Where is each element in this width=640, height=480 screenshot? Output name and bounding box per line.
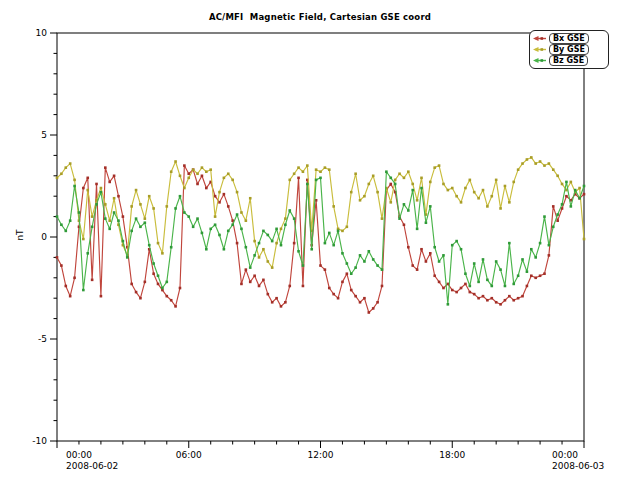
- legend: Bx GSE By GSE Bz GSE: [529, 30, 609, 69]
- legend-row-bx: Bx GSE: [532, 33, 606, 44]
- svg-text:00:00: 00:00: [66, 450, 92, 460]
- svg-text:0: 0: [41, 232, 47, 242]
- legend-label-by: By GSE: [549, 44, 589, 55]
- svg-text:5: 5: [41, 130, 47, 140]
- svg-text:10: 10: [36, 28, 48, 38]
- svg-text:-5: -5: [38, 334, 47, 344]
- legend-label-bx: Bx GSE: [549, 33, 589, 44]
- bz-line-marker-icon: [532, 56, 547, 65]
- legend-row-bz: Bz GSE: [532, 55, 606, 66]
- svg-text:00:00: 00:00: [552, 450, 578, 460]
- magnetic-field-plot-window: AC/MFI Magnetic Field, Cartesian GSE coo…: [0, 0, 640, 480]
- svg-text:2008-06-03: 2008-06-03: [552, 461, 604, 471]
- legend-row-by: By GSE: [532, 44, 606, 55]
- plot-canvas: 1050-5-1000:002008-06-0206:0012:0018:000…: [0, 0, 640, 480]
- legend-label-bz: Bz GSE: [549, 55, 588, 66]
- svg-text:2008-06-02: 2008-06-02: [66, 461, 118, 471]
- bx-line-marker-icon: [532, 34, 547, 43]
- svg-text:-10: -10: [32, 436, 47, 446]
- by-line-marker-icon: [532, 45, 547, 54]
- svg-text:18:00: 18:00: [439, 450, 465, 460]
- svg-text:06:00: 06:00: [176, 450, 202, 460]
- svg-text:12:00: 12:00: [308, 450, 334, 460]
